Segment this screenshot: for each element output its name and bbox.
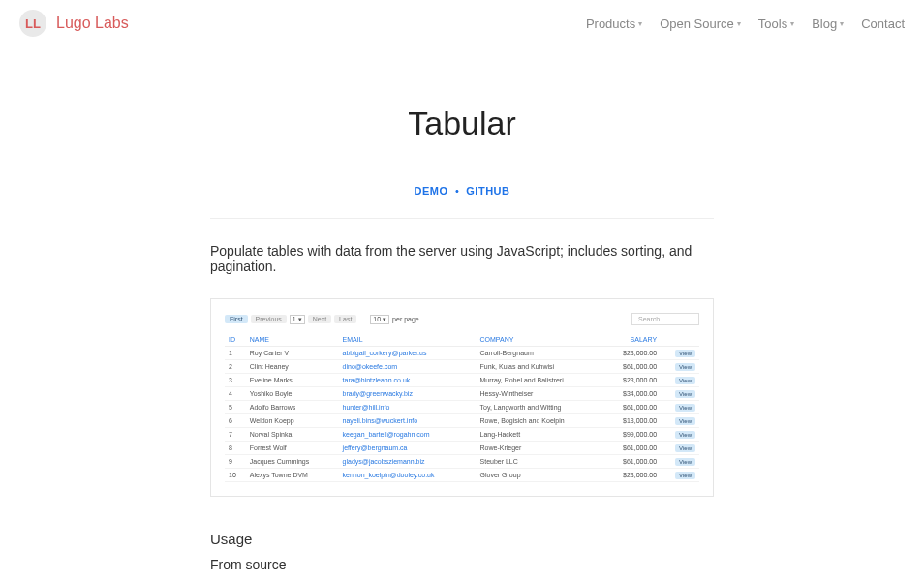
cell-id: 6	[225, 414, 246, 428]
view-button[interactable]: View	[675, 444, 695, 452]
cell-email[interactable]: hunter@hill.info	[339, 401, 477, 414]
brand-name: Lugo Labs	[56, 15, 129, 32]
nav-contact[interactable]: Contact	[861, 16, 905, 31]
cell-company: Murray, Robel and Balistreri	[477, 374, 603, 387]
demo-link[interactable]: DEMO	[415, 185, 448, 197]
nav-open-source[interactable]: Open Source▾	[660, 16, 741, 31]
table-row: 7Norval Spinkakeegan_bartell@rogahn.comL…	[225, 428, 699, 442]
view-button[interactable]: View	[675, 404, 695, 412]
view-button[interactable]: View	[675, 417, 695, 425]
chevron-down-icon: ▾	[638, 19, 642, 28]
view-button[interactable]: View	[675, 377, 695, 384]
view-button[interactable]: View	[675, 431, 695, 439]
view-button[interactable]: View	[675, 472, 695, 479]
cell-name: Jacques Cummings	[246, 455, 339, 469]
nav-tools[interactable]: Tools▾	[758, 16, 794, 31]
cell-name: Norval Spinka	[246, 428, 339, 442]
cell-salary: $23,000.00	[603, 347, 661, 360]
cell-name: Eveline Marks	[246, 374, 339, 387]
cell-name: Yoshiko Boyle	[246, 387, 339, 401]
pagination-controls: First Previous 1 ▾ Next Last 10 ▾ per pa…	[225, 315, 419, 324]
cell-company: Rowe-Krieger	[477, 442, 603, 455]
col-company[interactable]: COMPANY	[477, 333, 603, 347]
cell-name: Roy Carter V	[246, 347, 339, 360]
example-screenshot: First Previous 1 ▾ Next Last 10 ▾ per pa…	[210, 298, 714, 497]
last-button[interactable]: Last	[334, 315, 356, 323]
cell-salary: $61,000.00	[603, 442, 661, 455]
view-button[interactable]: View	[675, 350, 695, 357]
project-links: DEMO • GITHUB	[210, 181, 714, 219]
col-salary[interactable]: SALARY	[603, 333, 661, 347]
cell-name: Adolfo Barrows	[246, 401, 339, 414]
nav-products[interactable]: Products▾	[586, 16, 642, 31]
col-name[interactable]: NAME	[246, 333, 339, 347]
cell-email[interactable]: nayeli.bins@wuckert.info	[339, 414, 477, 428]
cell-id: 4	[225, 387, 246, 401]
per-page-label: per page	[392, 316, 419, 322]
view-button[interactable]: View	[675, 458, 695, 466]
main-content: Tabular DEMO • GITHUB Populate tables wi…	[191, 105, 733, 581]
cell-name: Clint Heaney	[246, 360, 339, 374]
page-number-input[interactable]: 1 ▾	[290, 315, 305, 324]
table-row: 6Weldon Koeppnayeli.bins@wuckert.infoRow…	[225, 414, 699, 428]
per-page-select[interactable]: 10 ▾	[370, 315, 389, 324]
cell-company: Steuber LLC	[477, 455, 603, 469]
data-table: ID NAME EMAIL COMPANY SALARY 1Roy Carter…	[225, 333, 699, 482]
description: Populate tables with data from the serve…	[210, 243, 714, 274]
site-header: LL Lugo Labs Products▾ Open Source▾ Tool…	[0, 0, 924, 46]
github-link[interactable]: GITHUB	[466, 185, 509, 197]
cell-email[interactable]: abbigail_corkery@parker.us	[339, 347, 477, 360]
cell-name: Weldon Koepp	[246, 414, 339, 428]
table-row: 4Yoshiko Boylebrady@greenwacky.bizHessy-…	[225, 387, 699, 401]
cell-salary: $61,000.00	[603, 455, 661, 469]
cell-email[interactable]: keegan_bartell@rogahn.com	[339, 428, 477, 442]
from-source-heading: From source	[210, 557, 714, 572]
first-button[interactable]: First	[225, 315, 248, 323]
cell-company: Toy, Langworth and Witting	[477, 401, 603, 414]
cell-id: 2	[225, 360, 246, 374]
cell-email[interactable]: jeffery@bergnaum.ca	[339, 442, 477, 455]
separator-dot: •	[455, 185, 459, 197]
logo-group[interactable]: LL Lugo Labs	[19, 10, 129, 37]
cell-id: 5	[225, 401, 246, 414]
col-email[interactable]: EMAIL	[339, 333, 477, 347]
cell-id: 3	[225, 374, 246, 387]
cell-company: Hessy-Wintheiser	[477, 387, 603, 401]
cell-company: Rowe, Bogisich and Koelpin	[477, 414, 603, 428]
nav-blog[interactable]: Blog▾	[812, 16, 844, 31]
cell-salary: $18,000.00	[603, 414, 661, 428]
cell-email[interactable]: dino@okeefe.com	[339, 360, 477, 374]
cell-email[interactable]: kennon_koelpin@dooley.co.uk	[339, 469, 477, 482]
cell-email[interactable]: tara@hintzleann.co.uk	[339, 374, 477, 387]
next-button[interactable]: Next	[308, 315, 331, 323]
cell-company: Carroll-Bergnaum	[477, 347, 603, 360]
cell-salary: $61,000.00	[603, 360, 661, 374]
table-row: 9Jacques Cummingsgladys@jacobsziemann.bi…	[225, 455, 699, 469]
cell-company: Funk, Kulas and Kuhwisi	[477, 360, 603, 374]
logo-icon: LL	[19, 10, 46, 37]
table-row: 5Adolfo Barrowshunter@hill.infoToy, Lang…	[225, 401, 699, 414]
chevron-down-icon: ▾	[790, 19, 794, 28]
cell-email[interactable]: brady@greenwacky.biz	[339, 387, 477, 401]
cell-salary: $34,000.00	[603, 387, 661, 401]
previous-button[interactable]: Previous	[251, 315, 287, 323]
main-nav: Products▾ Open Source▾ Tools▾ Blog▾ Cont…	[586, 16, 905, 31]
cell-email[interactable]: gladys@jacobsziemann.biz	[339, 455, 477, 469]
col-id[interactable]: ID	[225, 333, 246, 347]
table-row: 1Roy Carter Vabbigail_corkery@parker.usC…	[225, 347, 699, 360]
chevron-down-icon: ▾	[840, 19, 844, 28]
cell-salary: $23,000.00	[603, 469, 661, 482]
cell-company: Lang-Hackett	[477, 428, 603, 442]
cell-salary: $23,000.00	[603, 374, 661, 387]
cell-id: 8	[225, 442, 246, 455]
cell-company: Glover Group	[477, 469, 603, 482]
search-input[interactable]: Search ...	[631, 313, 699, 325]
cell-id: 1	[225, 347, 246, 360]
cell-name: Alexys Towne DVM	[246, 469, 339, 482]
view-button[interactable]: View	[675, 363, 695, 371]
table-row: 8Forrest Wolfjeffery@bergnaum.caRowe-Kri…	[225, 442, 699, 455]
cell-id: 7	[225, 428, 246, 442]
cell-salary: $99,000.00	[603, 428, 661, 442]
cell-id: 10	[225, 469, 246, 482]
view-button[interactable]: View	[675, 390, 695, 398]
